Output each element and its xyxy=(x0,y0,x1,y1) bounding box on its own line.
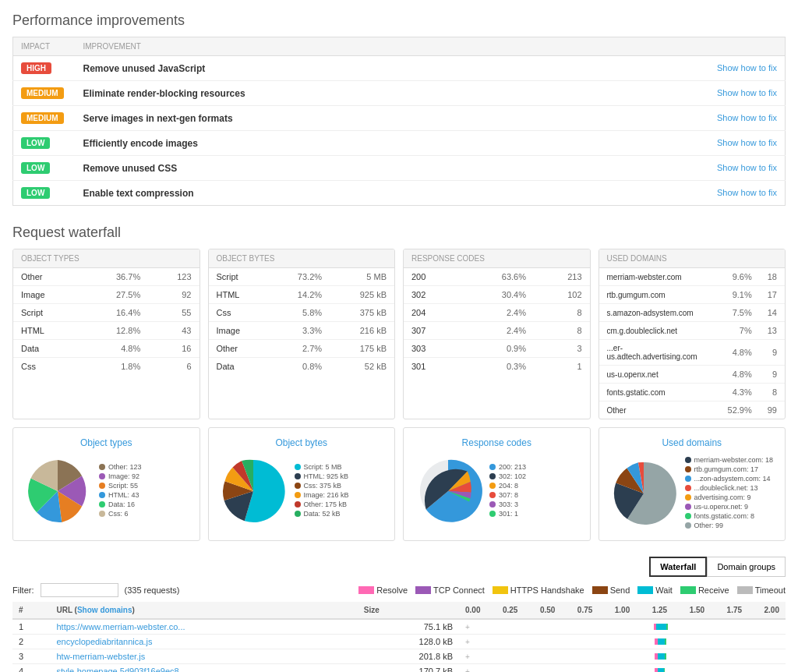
legend-item: Data: 16 xyxy=(99,500,142,508)
legend-dot xyxy=(99,501,105,508)
fix-link[interactable]: Show how to fix xyxy=(717,163,777,172)
wf-table-row: 1 https://www.merriam-webster.co... 75.1… xyxy=(12,619,786,635)
legend-dot xyxy=(489,483,496,489)
response-codes-header: RESPONSE CODES xyxy=(404,249,590,268)
perf-row: HIGH Remove unused JavaScript Show how t… xyxy=(13,56,786,81)
col-num: # xyxy=(12,602,50,619)
used-domains-chart-card: Used domains merriam-webster.com: 18rtb.… xyxy=(598,427,786,541)
fix-link[interactable]: Show how to fix xyxy=(717,138,777,147)
pct-cell: 0.8% xyxy=(269,358,330,376)
pct-cell: 7.5% xyxy=(720,304,760,322)
wf-table-row: 2 encyclopediabritannica.js 128.0 kB + xyxy=(12,635,786,649)
table-row: Image27.5%92 xyxy=(13,286,200,304)
fix-link[interactable]: Show how to fix xyxy=(717,63,777,73)
perf-row: MEDIUM Serve images in next-gen formats … xyxy=(13,106,786,131)
legend-label: 302: 102 xyxy=(499,472,526,480)
perf-row: LOW Remove unused CSS Show how to fix xyxy=(13,156,786,181)
count-cell: 1 xyxy=(534,358,590,376)
fix-link[interactable]: Show how to fix xyxy=(717,113,777,122)
count-cell: 14 xyxy=(760,304,785,322)
legend-item: Image: 216 kB xyxy=(295,491,349,499)
count-cell: 123 xyxy=(148,268,199,286)
fix-link[interactable]: Show how to fix xyxy=(717,188,777,197)
legend-item: merriam-webster.com: 18 xyxy=(685,456,774,464)
show-domains-link[interactable]: Show domains xyxy=(77,606,132,614)
legend-item: Image: 92 xyxy=(99,472,142,480)
impact-badge: MEDIUM xyxy=(21,87,64,99)
object-types-pie xyxy=(23,456,93,526)
legend-label: Receive xyxy=(698,585,729,595)
row-url[interactable]: https://www.merriam-webster.co... xyxy=(50,619,357,635)
col-improvement: IMPROVEMENT xyxy=(76,37,786,56)
legend-label: TCP Connect xyxy=(433,585,485,595)
pct-cell: 9.6% xyxy=(720,268,760,286)
row-plus[interactable]: + xyxy=(459,635,648,649)
object-types-chart-card: Object types Other: 123Image: 92Scr xyxy=(12,427,200,541)
object-bytes-legend: Script: 5 MBHTML: 925 kBCss: 375 kBImage… xyxy=(295,463,349,519)
label-cell: merriam-webster.com xyxy=(599,268,720,286)
receive-bar xyxy=(665,653,666,660)
pct-cell: 36.7% xyxy=(80,268,148,286)
pct-cell: 2.4% xyxy=(460,304,534,322)
col-impact: IMPACT xyxy=(13,37,76,56)
waterfall-button[interactable]: Waterfall xyxy=(649,557,707,577)
table-row: 30230.4%102 xyxy=(404,286,590,304)
object-types-card: OBJECT TYPES Other36.7%123Image27.5%92Sc… xyxy=(12,249,200,419)
label-cell: 303 xyxy=(404,340,460,358)
row-url[interactable]: encyclopediabritannica.js xyxy=(50,635,357,649)
label-cell: cm.g.doubleclick.net xyxy=(599,322,720,340)
table-row: Data4.8%16 xyxy=(13,340,200,358)
legend-label: Script: 55 xyxy=(108,482,138,490)
wf-legend-item: Wait xyxy=(637,585,673,595)
legend-dot xyxy=(295,473,301,479)
legend-label: Css: 6 xyxy=(108,510,129,518)
legend-label: Css: 375 kB xyxy=(304,482,342,490)
legend-label: 301: 1 xyxy=(499,510,518,518)
improvement-cell: Enable text compression Show how to fix xyxy=(76,181,786,206)
label-cell: HTML xyxy=(209,286,269,304)
legend-item: us-u.openx.net: 9 xyxy=(685,503,774,511)
label-cell: Script xyxy=(209,268,269,286)
legend-dot xyxy=(685,466,691,472)
impact-cell: MEDIUM xyxy=(13,81,76,106)
table-row: Image3.3%216 kB xyxy=(209,322,395,340)
performance-table: IMPACT IMPROVEMENT HIGH Remove unused Ja… xyxy=(12,37,786,206)
count-cell: 55 xyxy=(148,304,199,322)
pct-cell: 2.4% xyxy=(460,322,534,340)
object-bytes-header: OBJECT BYTES xyxy=(209,249,395,268)
legend-label: Image: 216 kB xyxy=(304,491,349,499)
wf-table-row: 3 htw-merriam-webster.js 201.8 kB + xyxy=(12,649,786,664)
legend-dot xyxy=(685,504,691,510)
fix-link[interactable]: Show how to fix xyxy=(717,88,777,97)
wait-bar xyxy=(656,624,666,630)
label-cell: Script xyxy=(13,304,80,322)
row-plus[interactable]: + xyxy=(459,664,648,673)
data-cards-row: OBJECT TYPES Other36.7%123Image27.5%92Sc… xyxy=(12,249,786,419)
pct-cell: 0.3% xyxy=(460,358,534,376)
label-cell: Data xyxy=(209,358,269,376)
row-plus[interactable]: + xyxy=(459,649,648,664)
row-plus[interactable]: + xyxy=(459,619,648,635)
domain-groups-button[interactable]: Domain groups xyxy=(707,557,786,577)
filter-row: Filter: (335 requests) ResolveTCP Connec… xyxy=(12,583,786,597)
count-cell: 92 xyxy=(148,286,199,304)
row-url[interactable]: style-homepage.5d903f16e9ec8... xyxy=(50,664,357,673)
response-codes-chart-card: Response codes 200: 2133 xyxy=(403,427,591,541)
legend-item: Other: 175 kB xyxy=(295,500,349,508)
row-url[interactable]: htw-merriam-webster.js xyxy=(50,649,357,664)
legend-item: Script: 55 xyxy=(99,482,142,490)
filter-input[interactable] xyxy=(41,583,118,597)
legend-item: rtb.gumgum.com: 17 xyxy=(685,465,774,473)
filter-label: Filter: xyxy=(12,585,34,595)
wf-legend-item: Receive xyxy=(680,585,729,595)
pct-cell: 12.8% xyxy=(80,322,148,340)
table-row: 3030.9%3 xyxy=(404,340,590,358)
pct-cell: 4.3% xyxy=(720,384,760,401)
improvement-cell: Remove unused JavaScript Show how to fix xyxy=(76,56,786,81)
legend-dot xyxy=(685,457,691,463)
legend-dot xyxy=(685,494,691,500)
legend-label: fonts.gstatic.com: 8 xyxy=(694,512,755,520)
legend-dot xyxy=(99,492,105,498)
table-row: cm.g.doubleclick.net7%13 xyxy=(599,322,786,340)
count-cell: 17 xyxy=(760,286,785,304)
